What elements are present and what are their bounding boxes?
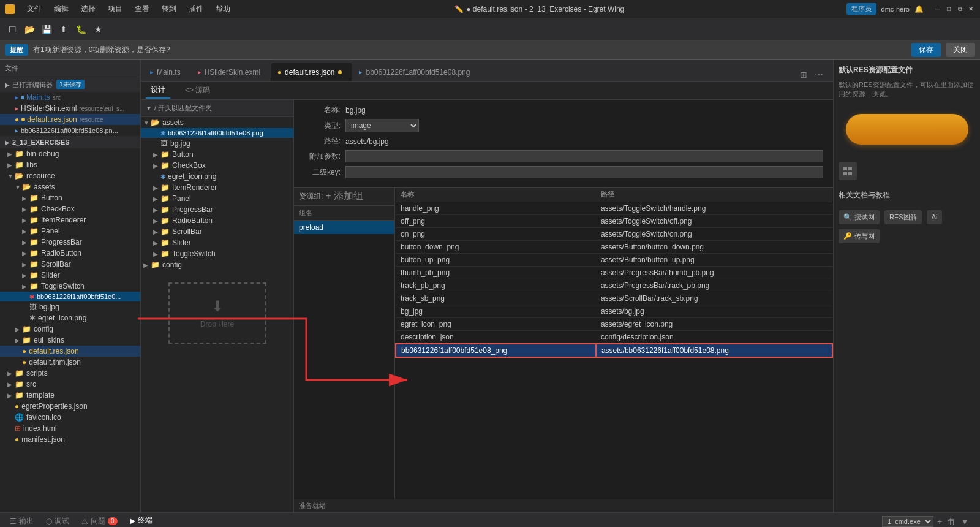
params-input[interactable] (345, 150, 823, 162)
sidebar-item-button[interactable]: ▶ 📁 Button (0, 192, 140, 203)
key2-input[interactable] (345, 166, 823, 178)
open-editor-bb06[interactable]: ▸ bb0631226f1aff00bfd51e08.pn... (0, 125, 140, 136)
sidebar-item-panel[interactable]: ▶ 📁 Panel (0, 226, 140, 237)
sub-tab-design[interactable]: 设计 (146, 82, 170, 99)
bottom-tab-problems[interactable]: ⚠ 问题 0 (77, 515, 123, 527)
toolbar-mark[interactable]: ★ (91, 22, 105, 37)
cmd-selector[interactable]: 1: cmd.exe (882, 516, 933, 527)
table-row[interactable]: bg_jpg assets/bg.jpg (396, 305, 832, 318)
sidebar-item-itemrenderer[interactable]: ▶ 📁 ItemRenderer (0, 214, 140, 226)
search-web-btn[interactable]: 🔍 搜试网 (839, 210, 880, 224)
sidebar-item-index-html[interactable]: ⊞ index.html (0, 423, 140, 434)
toolbar-new[interactable]: ☐ (5, 22, 20, 37)
sidebar-item-radiobutton[interactable]: ▶ 📁 RadioButton (0, 248, 140, 259)
table-row[interactable]: handle_png assets/ToggleSwitch/handle.pn… (396, 202, 832, 215)
sidebar-item-eui-skins[interactable]: ▶ 📁 eui_skins (0, 335, 140, 346)
menu-project[interactable]: 项目 (105, 2, 125, 15)
sidebar-item-bin-debug[interactable]: ▶ 📁 bin-debug (0, 148, 140, 159)
bottom-tab-terminal[interactable]: ▶ 终端 (125, 514, 157, 527)
clear-terminal-btn[interactable]: 🗑 (946, 515, 957, 528)
sidebar-item-resource[interactable]: ▼ 📂 resource (0, 170, 140, 181)
table-row[interactable]: description_json config/description.json (396, 331, 832, 344)
maximize-btn[interactable]: □ (944, 5, 953, 13)
fe-item-panel[interactable]: ▶ 📁 Panel (141, 193, 293, 204)
toolbar-open[interactable]: 📂 (22, 22, 37, 37)
tab-more-btn[interactable]: ⋯ (812, 69, 826, 81)
add-terminal-btn[interactable]: + (936, 515, 943, 528)
menu-plugin[interactable]: 插件 (186, 2, 206, 15)
menu-view[interactable]: 查看 (132, 2, 152, 15)
fe-item-bg-jpg[interactable]: 🖼 bg.jpg (141, 138, 293, 149)
sidebar-item-slider[interactable]: ▶ 📁 Slider (0, 270, 140, 281)
sidebar-item-egret-icon[interactable]: ✱ egret_icon.png (0, 313, 140, 324)
group-preload[interactable]: preload (294, 221, 394, 234)
fe-item-radiobutton[interactable]: ▶ 📁 RadioButton (141, 215, 293, 226)
toolbar-save-all[interactable]: 💾 (39, 22, 54, 37)
close-btn[interactable]: ✕ (967, 5, 975, 13)
restore-btn[interactable]: ⧉ (956, 5, 964, 13)
tab-hsliderskin[interactable]: ▸ HSliderSkin.exml (191, 63, 271, 81)
sidebar-item-src[interactable]: ▶ 📁 src (0, 379, 140, 390)
sidebar-item-egret-props[interactable]: ● egretProperties.json (0, 401, 140, 412)
sidebar-item-bg-jpg[interactable]: 🖼 bg.jpg (0, 301, 140, 313)
titlebar-menu[interactable]: 文件 编辑 选择 项目 查看 转到 插件 帮助 (24, 2, 233, 15)
fe-item-button[interactable]: ▶ 📁 Button (141, 149, 293, 160)
tab-split-btn[interactable]: ⊞ (797, 69, 810, 81)
table-row[interactable]: on_png assets/ToggleSwitch/on.png (396, 228, 832, 241)
menu-file[interactable]: 文件 (24, 2, 44, 15)
sidebar-item-checkbox[interactable]: ▶ 📁 CheckBox (0, 203, 140, 214)
sidebar-item-assets[interactable]: ▼ 📂 assets (0, 181, 140, 192)
table-row[interactable]: button_up_png assets/Button/button_up.pn… (396, 254, 832, 267)
table-row[interactable]: track_sb_png assets/ScrollBar/track_sb.p… (396, 292, 832, 305)
open-editor-default-res[interactable]: ● default.res.json resource (0, 114, 140, 125)
add-group-btn[interactable]: + 添加组 (325, 190, 363, 203)
sidebar-item-manifest[interactable]: ● manifest.json (0, 434, 140, 445)
table-row-highlighted[interactable]: bb0631226f1aff00bfd51e08_png assets/bb06… (396, 344, 832, 357)
menu-edit[interactable]: 编辑 (51, 2, 71, 15)
user-type-btn[interactable]: 程序员 (846, 3, 876, 15)
menu-help[interactable]: 帮助 (213, 2, 233, 15)
fe-item-config[interactable]: ▶ 📁 config (141, 259, 293, 270)
save-alert-btn[interactable]: 保存 (911, 43, 941, 57)
sidebar-item-default-res-json[interactable]: ● default.res.json (0, 346, 140, 357)
tab-bb06-png[interactable]: ▸ bb0631226f1aff00bfd51e08.png (352, 63, 480, 81)
res-diagram-btn[interactable]: RES图解 (884, 210, 922, 224)
fe-item-assets[interactable]: ▼ 📂 assets (141, 117, 293, 128)
table-row[interactable]: track_pb_png assets/ProgressBar/track_pb… (396, 279, 832, 292)
type-select[interactable]: image (345, 119, 419, 132)
close-alert-btn[interactable]: 关闭 (946, 43, 975, 57)
table-row[interactable]: egret_icon_png assets/egret_icon.png (396, 318, 832, 331)
share-btn[interactable]: 🔑 传与网 (839, 229, 880, 243)
fe-item-slider[interactable]: ▶ 📁 Slider (141, 237, 293, 248)
sidebar-item-scrollbar[interactable]: ▶ 📁 ScrollBar (0, 259, 140, 270)
open-editor-hsliderskin[interactable]: ▸ HSliderSkin.exml resource\eui_s... (0, 103, 140, 114)
fe-item-checkbox[interactable]: ▶ 📁 CheckBox (141, 160, 293, 171)
fe-item-progressbar[interactable]: ▶ 📁 ProgressBar (141, 204, 293, 215)
minimize-btn[interactable]: ─ (933, 5, 942, 13)
bottom-tab-debug[interactable]: ⬡ 调试 (41, 515, 74, 527)
sidebar-item-libs[interactable]: ▶ 📁 libs (0, 159, 140, 170)
toolbar-upload[interactable]: ⬆ (56, 22, 71, 37)
tab-main-ts[interactable]: ▸ Main.ts (143, 63, 191, 81)
sidebar-item-default-thm-json[interactable]: ● default.thm.json (0, 357, 140, 368)
sidebar-item-template[interactable]: ▶ 📁 template (0, 390, 140, 401)
table-row[interactable]: off_png assets/ToggleSwitch/off.png (396, 215, 832, 228)
menu-goto[interactable]: 转到 (159, 2, 179, 15)
fe-item-bb06[interactable]: ✱ bb0631226f1aff00bfd51e08.png (141, 128, 293, 138)
sidebar-item-progressbar[interactable]: ▶ 📁 ProgressBar (0, 237, 140, 248)
fe-item-egret-icon[interactable]: ✱ egret_icon.png (141, 171, 293, 182)
fe-item-scrollbar[interactable]: ▶ 📁 ScrollBar (141, 226, 293, 237)
table-row[interactable]: button_down_png assets/Button/button_dow… (396, 241, 832, 254)
bell-icon[interactable]: 🔔 (914, 5, 924, 13)
sidebar-item-config[interactable]: ▶ 📁 config (0, 324, 140, 335)
sub-tab-source[interactable]: <> 源码 (180, 83, 215, 98)
grid-view-btn[interactable] (839, 162, 857, 180)
ai-btn[interactable]: Ai (927, 210, 943, 224)
bottom-tab-output[interactable]: ☰ 输出 (5, 515, 39, 527)
menu-select[interactable]: 选择 (78, 2, 98, 15)
tab-default-res-json[interactable]: ● default.res.json (271, 63, 352, 81)
sidebar-item-bb06-file[interactable]: ✱ bb0631226f1aff00bfd51e0... (0, 292, 140, 301)
sidebar-item-favicon[interactable]: 🌐 favicon.ico (0, 412, 140, 423)
fe-item-itemrenderer[interactable]: ▶ 📁 ItemRenderer (141, 182, 293, 193)
toolbar-debug[interactable]: 🐛 (74, 22, 88, 37)
